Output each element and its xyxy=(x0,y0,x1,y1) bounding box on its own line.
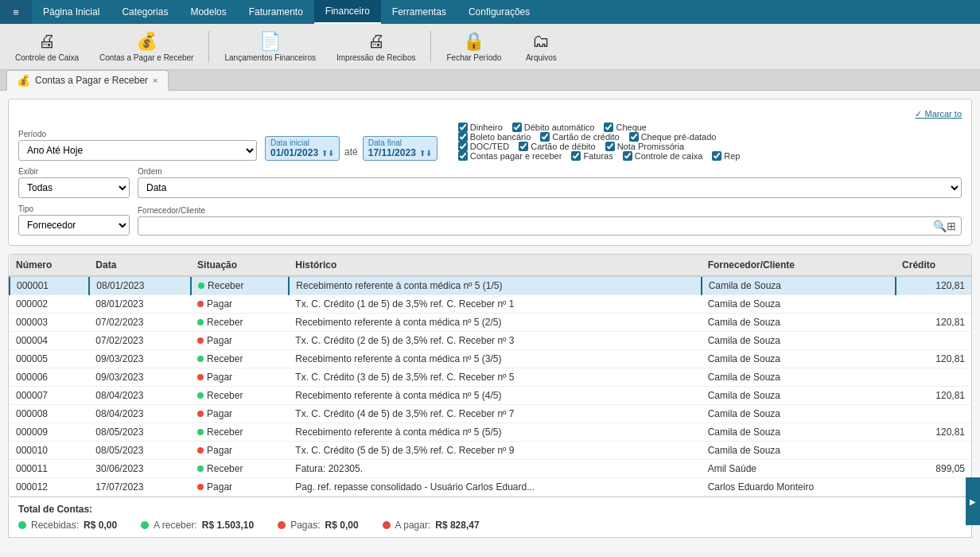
data-final-box: Data final 17/11/2023 ⬆⬇ xyxy=(363,136,438,161)
table-row[interactable]: 000008 08/04/2023 Pagar Tx. C. Crédito (… xyxy=(10,405,971,423)
toolbar-btn-lancamentos-financeiros[interactable]: 📄Lançamentos Financeiros xyxy=(216,27,325,67)
recebidas-dot xyxy=(18,521,26,529)
cb-faturas[interactable]: Faturas xyxy=(571,151,612,161)
cb-cheque-pre-datado[interactable]: Cheque pré-datado xyxy=(629,132,717,142)
tipo-group: Tipo Fornecedor xyxy=(18,204,130,236)
table-row[interactable]: 000010 08/05/2023 Pagar Tx. C. Crédito (… xyxy=(10,442,971,460)
table-row[interactable]: 000012 17/07/2023 Pagar Pag. ref. repass… xyxy=(10,478,971,497)
nav-item-faturamento[interactable]: Faturamento xyxy=(238,0,314,24)
a-pagar-label: A pagar: xyxy=(395,520,431,531)
cb-cartao-debito[interactable]: Cartão de débito xyxy=(519,142,595,151)
cell-fornecedor: Carlos Eduardo Monteiro xyxy=(702,478,896,497)
nav-item-financeiro[interactable]: Financeiro xyxy=(314,0,381,24)
data-final-label: Data final xyxy=(368,138,432,147)
table-row[interactable]: 000011 30/06/2023 Receber Fatura: 202305… xyxy=(10,460,971,478)
cell-situacao: Pagar xyxy=(191,368,289,387)
controle-caixa-icon: 🖨 xyxy=(38,31,56,52)
cell-credito: 899,05 xyxy=(896,460,971,478)
cb-doc-ted[interactable]: DOC/TED xyxy=(458,142,510,151)
fornecedor-group: Fornecedor/Cliente 🔍 ⊞ xyxy=(138,206,962,236)
search-icon[interactable]: 🔍 xyxy=(933,220,947,232)
cell-credito xyxy=(896,332,971,350)
exibir-select[interactable]: Todas xyxy=(18,177,130,198)
filter-panel: Período Ano Até Hoje Data inicial 01/01/… xyxy=(8,99,972,246)
tipo-select[interactable]: Fornecedor xyxy=(18,215,130,236)
cell-fornecedor: Camila de Souza xyxy=(702,405,896,423)
nav-item-página-inicial[interactable]: Página Inicial xyxy=(32,0,111,24)
table-row[interactable]: 000003 07/02/2023 Receber Recebimento re… xyxy=(10,314,971,332)
cell-numero: 000003 xyxy=(10,314,89,332)
toolbar-separator-2 xyxy=(208,31,209,63)
status-dot xyxy=(197,447,204,454)
logo-icon: ≡ xyxy=(13,6,19,18)
pagas-value: R$ 0,00 xyxy=(325,520,359,531)
cell-fornecedor: Amil Saúde xyxy=(702,460,896,478)
cell-numero: 000001 xyxy=(10,276,89,295)
status-dot xyxy=(197,429,204,435)
ordem-label: Ordem xyxy=(138,167,962,176)
cell-numero: 000011 xyxy=(10,460,89,478)
data-inicial-spinner[interactable]: ⬆⬇ xyxy=(321,149,334,158)
toolbar-btn-controle-caixa[interactable]: 🖨Controle de Caixa xyxy=(6,27,88,67)
table-row[interactable]: 000009 08/05/2023 Receber Recebimento re… xyxy=(10,423,971,442)
filter-row-1: Período Ano Até Hoje Data inicial 01/01/… xyxy=(18,109,962,161)
a-receber-item: A receber: R$ 1.503,10 xyxy=(141,520,254,531)
cb-dinheiro[interactable]: Dinheiro xyxy=(458,123,503,132)
fornecedor-input-wrapper: 🔍 ⊞ xyxy=(138,216,962,236)
table-header-row: Número Data Situação Histórico Fornecedo… xyxy=(10,255,971,276)
scroll-right-button[interactable]: ▶ xyxy=(966,477,980,525)
fornecedor-input[interactable] xyxy=(143,220,933,232)
cell-fornecedor: Camila de Souza xyxy=(702,350,896,368)
cb-cheque[interactable]: Cheque xyxy=(604,123,647,132)
impressao-recibos-icon: 🖨 xyxy=(368,31,385,52)
cb-row-1: Dinheiro Débito automático Cheque xyxy=(458,123,962,132)
cell-credito xyxy=(896,295,971,314)
cell-credito: 120,81 xyxy=(896,314,971,332)
tab-contas-pagar-receber[interactable]: 💰 Contas a Pagar e Receber × xyxy=(6,70,169,91)
marcar-todos-link[interactable]: ✓ Marcar to xyxy=(458,109,962,119)
data-final-spinner[interactable]: ⬆⬇ xyxy=(419,149,432,158)
cb-debito-automatico[interactable]: Débito automático xyxy=(512,123,595,132)
toolbar-btn-impressao-recibos[interactable]: 🖨Impressão de Recibos xyxy=(328,27,425,67)
cell-data: 07/02/2023 xyxy=(89,332,191,350)
cb-boleto-bancario[interactable]: Boleto bancário xyxy=(458,132,531,142)
periodo-select[interactable]: Ano Até Hoje xyxy=(18,140,257,161)
table-row[interactable]: 000007 08/04/2023 Receber Recebimento re… xyxy=(10,387,971,405)
status-dot xyxy=(197,319,204,325)
table-row[interactable]: 000006 09/03/2023 Pagar Tx. C. Crédito (… xyxy=(10,368,971,387)
table-row[interactable]: 000005 09/03/2023 Receber Recebimento re… xyxy=(10,350,971,368)
nav-item-categorias[interactable]: Categorias xyxy=(111,0,179,24)
col-historico: Histórico xyxy=(289,255,701,276)
data-inicial-label: Data inicial xyxy=(270,138,334,147)
filter-row-3: Tipo Fornecedor Fornecedor/Cliente 🔍 ⊞ xyxy=(18,204,962,236)
tab-label: Contas a Pagar e Receber xyxy=(35,75,148,86)
tab-close-button[interactable]: × xyxy=(153,76,158,85)
cell-situacao: Pagar xyxy=(191,478,289,497)
table-row[interactable]: 000002 08/01/2023 Pagar Tx. C. Crédito (… xyxy=(10,295,971,314)
a-pagar-item: A pagar: R$ 828,47 xyxy=(383,520,480,531)
recebidas-item: Recebidas: R$ 0,00 xyxy=(18,520,117,531)
cell-fornecedor: Camila de Souza xyxy=(702,368,896,387)
cb-controle-caixa[interactable]: Controle de caixa xyxy=(623,151,703,161)
cb-contas-pagar-receber[interactable]: Contas pagar e receber xyxy=(458,151,562,161)
cell-historico: Tx. C. Crédito (1 de 5) de 3,5% ref. C. … xyxy=(289,295,701,314)
cb-row-2: Boleto bancário Cartão de crédito Cheque… xyxy=(458,132,962,142)
filter-icon[interactable]: ⊞ xyxy=(947,220,956,232)
a-receber-value: R$ 1.503,10 xyxy=(202,520,254,531)
toolbar-btn-contas-pagar-receber[interactable]: 💰Contas a Pagar e Receber xyxy=(91,27,202,67)
nav-item-ferramentas[interactable]: Ferramentas xyxy=(381,0,457,24)
cb-nota-promissoria[interactable]: Nota Promissória xyxy=(605,142,684,151)
nav-item-configurações[interactable]: Configurações xyxy=(457,0,541,24)
cell-historico: Tx. C. Crédito (5 de 5) de 3,5% ref. C. … xyxy=(289,442,701,460)
cell-historico: Tx. C. Crédito (3 de 5) de 3,5% ref. C. … xyxy=(289,368,701,387)
app-logo: ≡ xyxy=(0,0,32,24)
table-row[interactable]: 000004 07/02/2023 Pagar Tx. C. Crédito (… xyxy=(10,332,971,350)
toolbar-btn-arquivos[interactable]: 🗂Arquivos xyxy=(513,27,569,67)
nav-item-modelos[interactable]: Modelos xyxy=(179,0,237,24)
ordem-select[interactable]: Data xyxy=(138,177,962,198)
table-row[interactable]: 000001 08/01/2023 Receber Recebimento re… xyxy=(10,276,971,295)
cb-rep[interactable]: Rep xyxy=(712,151,740,161)
cell-fornecedor: Camila de Souza xyxy=(702,442,896,460)
cb-cartao-credito[interactable]: Cartão de crédito xyxy=(540,132,619,142)
toolbar-btn-fechar-periodo[interactable]: 🔒Fechar Período xyxy=(438,27,510,67)
